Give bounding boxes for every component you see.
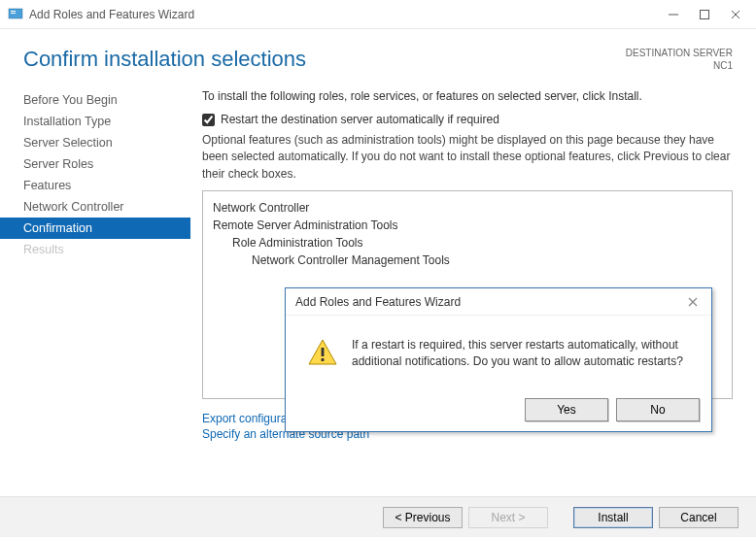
intro-text: To install the following roles, role ser… — [202, 85, 733, 103]
sidebar-item-results: Results — [0, 239, 190, 260]
sidebar-item-before-you-begin[interactable]: Before You Begin — [0, 89, 190, 111]
dialog-yes-button[interactable]: Yes — [525, 398, 608, 421]
install-button[interactable]: Install — [573, 507, 653, 528]
warning-icon — [307, 337, 338, 368]
dialog-title: Add Roles and Features Wizard — [295, 295, 461, 309]
maximize-button[interactable] — [698, 8, 711, 21]
sidebar-item-confirmation[interactable]: Confirmation — [0, 218, 190, 239]
next-button: Next > — [468, 507, 548, 528]
close-button[interactable] — [729, 8, 742, 21]
cancel-button[interactable]: Cancel — [659, 507, 739, 528]
window-titlebar: Add Roles and Features Wizard — [0, 0, 756, 29]
wizard-steps-sidebar: Before You Begin Installation Type Serve… — [0, 85, 190, 442]
restart-confirmation-dialog: Add Roles and Features Wizard If a resta… — [285, 287, 712, 432]
restart-checkbox-label: Restart the destination server automatic… — [221, 113, 499, 126]
svg-rect-4 — [701, 10, 709, 18]
destination-server-info: DESTINATION SERVER NC1 — [626, 47, 733, 72]
list-item: Remote Server Administration Tools — [213, 217, 722, 234]
window-title: Add Roles and Features Wizard — [29, 8, 667, 21]
dialog-titlebar: Add Roles and Features Wizard — [286, 288, 711, 316]
sidebar-item-features[interactable]: Features — [0, 175, 190, 196]
destination-label: DESTINATION SERVER — [626, 47, 733, 59]
svg-rect-11 — [322, 358, 325, 361]
wizard-footer: < Previous Next > Install Cancel — [0, 496, 756, 537]
dialog-message: If a restart is required, this server re… — [352, 337, 694, 371]
list-item: Network Controller Management Tools — [213, 252, 722, 269]
destination-value: NC1 — [626, 59, 733, 72]
server-manager-icon — [8, 7, 23, 22]
optional-features-note: Optional features (such as administratio… — [202, 132, 733, 183]
wizard-header: Confirm installation selections DESTINAT… — [0, 29, 756, 85]
list-item: Network Controller — [213, 199, 722, 217]
restart-checkbox[interactable] — [202, 114, 215, 126]
minimize-button[interactable] — [667, 8, 680, 21]
svg-rect-2 — [11, 13, 16, 14]
sidebar-item-server-selection[interactable]: Server Selection — [0, 132, 190, 153]
list-item: Role Administration Tools — [213, 234, 722, 252]
sidebar-item-installation-type[interactable]: Installation Type — [0, 111, 190, 132]
svg-rect-1 — [11, 11, 16, 12]
svg-rect-10 — [322, 348, 325, 356]
dialog-close-button[interactable] — [684, 294, 702, 310]
page-title: Confirm installation selections — [23, 47, 306, 72]
dialog-no-button[interactable]: No — [616, 398, 700, 421]
previous-button[interactable]: < Previous — [383, 507, 463, 528]
window-controls — [667, 8, 748, 21]
sidebar-item-server-roles[interactable]: Server Roles — [0, 153, 190, 175]
sidebar-item-network-controller[interactable]: Network Controller — [0, 196, 190, 218]
